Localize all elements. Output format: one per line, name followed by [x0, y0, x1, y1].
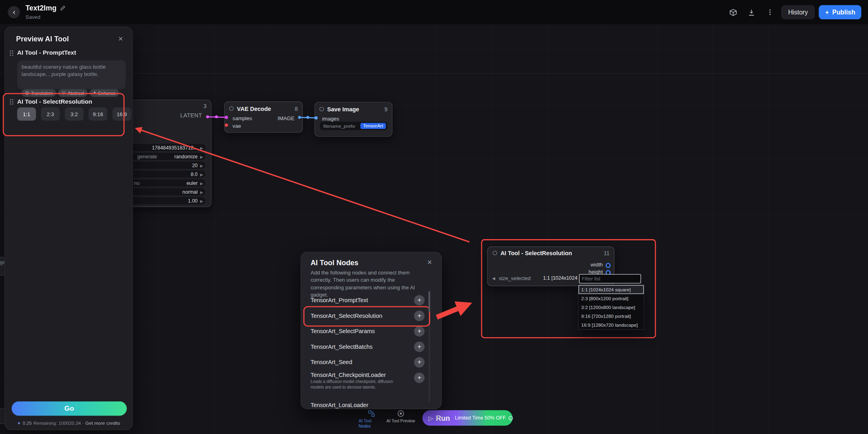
panel-title: Preview AI Tool	[16, 35, 69, 43]
ratio-button-2-3[interactable]: 2:3	[41, 107, 60, 121]
add-node-button[interactable]: +	[414, 373, 425, 383]
samples-input-label: samples	[233, 115, 252, 121]
add-node-button[interactable]: +	[414, 341, 425, 352]
list-item-loraloader[interactable]: TensorArt_LoraLoader	[310, 397, 425, 409]
top-bar: Text2Img Saved	[0, 0, 868, 25]
preview-ai-tool-panel: Preview AI Tool ✕ AI Tool - PromptText b…	[4, 27, 133, 430]
node-title: VAE Decode	[237, 105, 271, 112]
play-icon: ▷	[429, 414, 433, 422]
drag-handle-icon[interactable]	[9, 98, 13, 104]
resolution-section-header: AI Tool - SelectResolution	[9, 98, 92, 105]
prompt-section-header: AI Tool - PromptText	[9, 49, 76, 56]
vae-decode-node[interactable]: VAE Decode 8 samples vae IMAGE	[224, 101, 303, 133]
layers-icon	[61, 91, 66, 95]
list-item-selectbatchs[interactable]: TensorArt_SelectBatchs +	[310, 339, 425, 354]
go-button[interactable]: Go	[12, 401, 127, 416]
info-icon[interactable]	[508, 416, 513, 420]
node-collapse-dot[interactable]	[229, 106, 234, 111]
increment-arrow-icon[interactable]: ▶	[200, 181, 203, 186]
ratio-button-9-16[interactable]: 9:16	[89, 107, 108, 121]
prompt-input[interactable]: beautiful scenery nature glass bottle la…	[17, 60, 126, 89]
sparkle-icon: ✦	[93, 91, 96, 95]
publish-bolt-icon	[825, 9, 830, 15]
width-output-label: width	[590, 261, 603, 267]
add-node-button[interactable]: +	[414, 326, 425, 336]
download-icon[interactable]	[744, 5, 759, 19]
ai-tool-preview-button[interactable]: AI Tool Preview	[386, 409, 415, 423]
dropdown-option[interactable]: 9:16 [720x1280 portrait]	[578, 312, 644, 321]
node-id-badge: 8	[295, 105, 298, 111]
enhance-chip[interactable]: ✦ Enhance	[90, 89, 119, 97]
list-item-checkpointloader[interactable]: TensorArt_CheckpointLoader Loads a diffu…	[310, 370, 425, 397]
node-title: AI Tool - SelectResolution	[500, 250, 572, 256]
node-collapse-dot[interactable]	[319, 107, 324, 111]
save-status: Saved	[25, 14, 66, 20]
dialog-title: AI Tool Nodes	[310, 258, 358, 267]
scrollbar-thumb[interactable]	[429, 291, 430, 312]
resolution-options-dropdown: 1:1 [1024x1024 square] 2:3 [800x1200 por…	[578, 285, 644, 330]
image-output-label: IMAGE	[278, 115, 294, 121]
more-options-icon[interactable]	[763, 5, 777, 19]
vae-input-label: vae	[233, 123, 241, 129]
filename-prefix-value: TensorArt	[360, 123, 386, 129]
node-title: Save Image	[327, 106, 359, 113]
list-item-seed[interactable]: TensorArt_Seed +	[310, 354, 425, 370]
dropdown-option[interactable]: 16:9 [1280x720 landscape]	[578, 321, 644, 330]
dropdown-option[interactable]: 1:1 [1024x1024 square]	[578, 285, 644, 294]
increment-arrow-icon[interactable]: ▶	[200, 163, 203, 168]
add-node-button[interactable]: +	[414, 295, 425, 305]
history-button[interactable]: History	[781, 5, 815, 19]
drag-handle-icon[interactable]	[9, 49, 13, 55]
ratio-button-3-2[interactable]: 3:2	[65, 107, 84, 121]
ratio-button-1-1[interactable]: 1:1	[17, 107, 36, 121]
globe-icon	[25, 91, 29, 95]
dropdown-option[interactable]: 3:2 [1200x800 landscape]	[578, 303, 644, 312]
back-button[interactable]	[8, 6, 20, 18]
size-selected-label: size_selected	[499, 275, 531, 281]
credits-row: 0.25 Remaining: 100020.34 · Get more cre…	[5, 420, 132, 426]
ratio-button-16-9[interactable]: 16:9	[112, 107, 131, 121]
filter-list-input[interactable]	[579, 274, 641, 283]
preview-eye-icon	[397, 409, 404, 417]
list-item-prompttext[interactable]: TensorArt_PromptText +	[310, 292, 425, 308]
filename-prefix-field[interactable]: filename_prefix TensorArt	[320, 122, 388, 130]
dialog-scrollbar[interactable]	[429, 291, 430, 402]
increment-arrow-icon[interactable]: ▶	[200, 190, 203, 194]
list-item-selectparams[interactable]: TensorArt_SelectParams +	[310, 323, 425, 339]
dropdown-option[interactable]: 2:3 [800x1200 portrait]	[578, 294, 644, 303]
add-node-button[interactable]: +	[414, 357, 425, 367]
nodes-grid-icon	[368, 409, 375, 417]
increment-arrow-icon[interactable]: ▶	[200, 145, 203, 150]
node-collapse-dot[interactable]	[493, 251, 497, 255]
size-selected-value[interactable]: 1:1 [1024x1024 s	[543, 275, 578, 281]
width-output-port[interactable]	[606, 263, 611, 268]
credit-bolt-icon	[17, 420, 21, 425]
latent-output-label: LATENT	[180, 113, 202, 119]
node-id-badge: 9	[384, 106, 388, 112]
ai-tool-nodes-dialog: AI Tool Nodes ✕ Add the following nodes …	[300, 252, 441, 409]
increment-arrow-icon[interactable]: ▶	[200, 199, 203, 203]
edit-pencil-icon[interactable]	[60, 5, 66, 11]
publish-button[interactable]: Publish	[819, 5, 861, 19]
node-id-badge: 11	[604, 250, 609, 256]
run-button[interactable]: ▷ Run Limited Time 50% OFF	[423, 410, 513, 426]
close-icon[interactable]: ✕	[116, 34, 126, 44]
list-item-selectresolution[interactable]: TensorArt_SelectResolution +	[310, 308, 425, 323]
abstract-chip[interactable]: Abstract	[58, 89, 87, 97]
app-root: ge 3 LATENT 178484935183712... ▶ generat…	[0, 0, 868, 434]
translation-chip[interactable]: Translation	[22, 89, 56, 97]
increment-arrow-icon[interactable]: ▶	[200, 154, 203, 159]
close-icon[interactable]: ✕	[425, 258, 434, 267]
assets-box-icon[interactable]	[726, 5, 741, 19]
save-image-node[interactable]: Save Image 9 images filename_prefix Tens…	[315, 102, 392, 137]
workflow-title: Text2Img	[25, 4, 56, 12]
prev-option-arrow-icon[interactable]: ◀	[492, 276, 495, 280]
images-input-label: images	[322, 116, 339, 122]
ai-tool-nodes-button[interactable]: AI Tool Nodes	[359, 409, 384, 428]
increment-arrow-icon[interactable]: ▶	[200, 172, 203, 177]
add-node-button[interactable]: +	[414, 310, 425, 321]
get-more-credits-link[interactable]: Get more credits	[86, 420, 120, 426]
node-id-badge: 3	[203, 103, 206, 109]
